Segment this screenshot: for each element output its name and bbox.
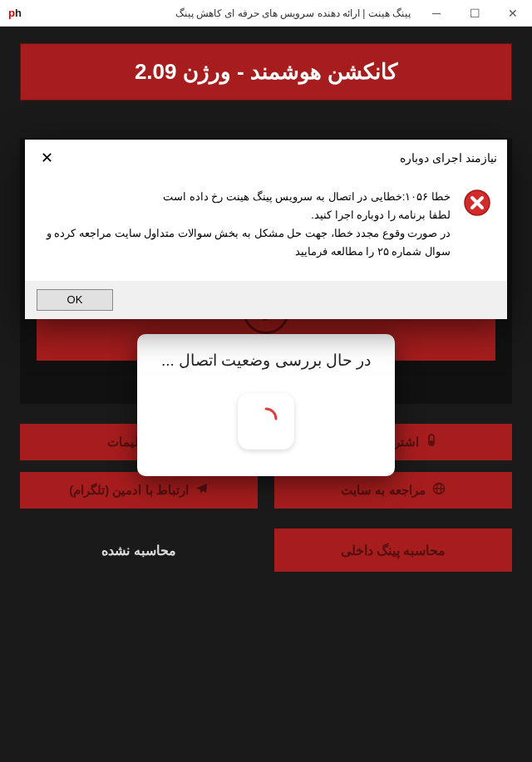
dialog-footer: OK [25, 281, 507, 319]
visit-site-button[interactable]: مراجعه به سایت [274, 472, 512, 509]
dialog-body: خطا ۱۰۵۶:خطایی در اتصال به سرویس پینگ هی… [25, 176, 507, 281]
minimize-button[interactable]: ─ [417, 0, 456, 27]
calc-internal-ping-button[interactable]: محاسبه پینگ داخلی [274, 528, 512, 572]
dialog-title: نیازمند اجرای دوباره [58, 151, 497, 165]
window-titlebar: ph پینگ هینت | ارائه دهنده سرویس های حرف… [0, 0, 532, 27]
dialog-header: نیازمند اجرای دوباره ✕ [25, 140, 507, 176]
calc-status-label: محاسبه نشده [101, 543, 175, 558]
contact-admin-label: ارتباط با ادمین (تلگرام) [69, 483, 189, 498]
close-button[interactable]: ✕ [494, 0, 532, 27]
telegram-icon [195, 482, 209, 499]
ok-button[interactable]: OK [37, 289, 113, 311]
header-banner: کانکشن هوشمند - ورژن 2.09 [20, 43, 512, 101]
error-dialog: نیازمند اجرای دوباره ✕ خطا ۱۰۵۶:خطایی در… [25, 140, 507, 319]
contact-admin-button[interactable]: ارتباط با ادمین (تلگرام) [20, 472, 258, 509]
maximize-button[interactable]: ☐ [456, 0, 494, 27]
spinner [238, 393, 294, 450]
window-title: پینگ هینت | ارائه دهنده سرویس های حرفه ا… [27, 7, 417, 19]
dialog-line2: لطفا برنامه را دوباره اجرا کنید. [40, 206, 451, 224]
dialog-line1: خطا ۱۰۵۶:خطایی در اتصال به سرویس پینگ هی… [40, 188, 451, 206]
calc-ping-label: محاسبه پینگ داخلی [341, 543, 446, 558]
loading-overlay: در حال بررسی وضعیت اتصال ... [137, 334, 395, 476]
calc-status: محاسبه نشده [20, 528, 258, 572]
loading-text: در حال بررسی وضعیت اتصال ... [154, 351, 378, 370]
app-body: کانکشن هوشمند - ورژن 2.09 رمز عبور نام ک… [0, 27, 532, 762]
footer-row: محاسبه پینگ داخلی محاسبه نشده [20, 528, 512, 572]
visit-site-label: مراجعه به سایت [341, 483, 425, 498]
dialog-close-button[interactable]: ✕ [35, 146, 58, 170]
dialog-line3: در صورت وقوع مجدد خطا، جهت حل مشکل به بخ… [40, 224, 451, 261]
app-logo: ph [3, 2, 27, 25]
svg-rect-1 [430, 440, 433, 445]
globe-icon [432, 482, 446, 499]
spinner-icon [254, 406, 278, 437]
vial-icon [426, 434, 437, 450]
dialog-text: خطا ۱۰۵۶:خطایی در اتصال به سرویس پینگ هی… [40, 188, 451, 261]
error-icon [462, 188, 492, 218]
